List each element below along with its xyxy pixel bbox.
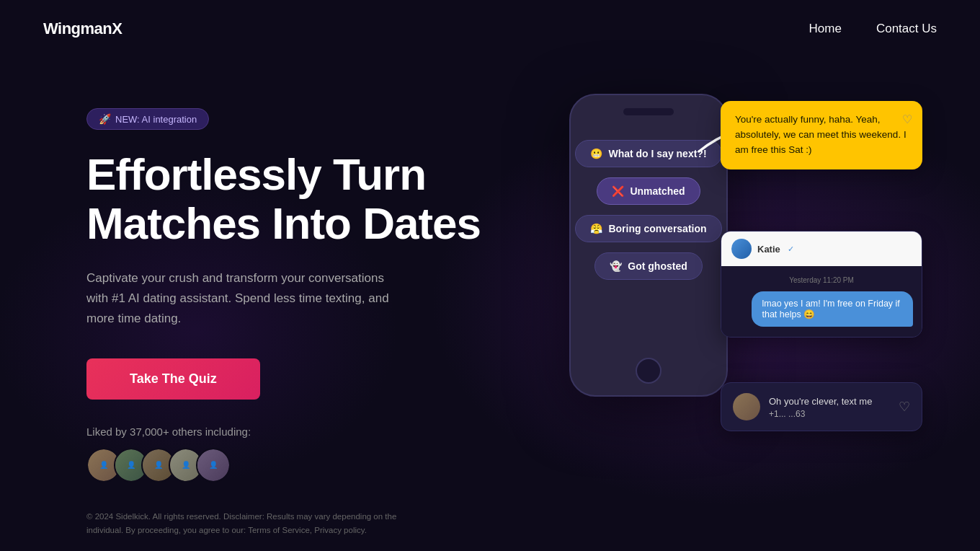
bottom-bubble-phone: +1... ...63 [769, 409, 890, 419]
pill-3-emoji: 😤 [590, 223, 602, 234]
hero-left: 🚀 NEW: AI integration Effortlessly Turn … [86, 87, 490, 482]
top-bubble-text: You're actually funny, haha. Yeah, absol… [735, 114, 906, 155]
phone-notch [623, 108, 674, 115]
nav-home[interactable]: Home [809, 22, 842, 36]
nav-links: Home Contact Us [809, 22, 937, 36]
bottom-bubble-message: Oh you're clever, text me [769, 394, 890, 409]
hero-right: 😬 What do I say next?! ❌ Unmatched 😤 Bor… [533, 87, 937, 534]
navbar: WingmanX Home Contact Us [0, 0, 980, 58]
headline-line1: Effortlessly Turn [86, 149, 426, 199]
phone-pill-3: 😤 Boring conversation [575, 215, 721, 242]
pill-4-text: Got ghosted [628, 260, 687, 272]
pill-3-text: Boring conversation [608, 223, 706, 234]
pill-4-emoji: 👻 [610, 260, 622, 272]
take-quiz-button[interactable]: Take The Quiz [86, 358, 260, 400]
new-badge: 🚀 NEW: AI integration [86, 108, 209, 130]
middle-chat-message: lmao yes I am! I'm free on Friday if tha… [752, 291, 913, 327]
main-content: 🚀 NEW: AI integration Effortlessly Turn … [0, 58, 980, 534]
avatar-group: 👤 👤 👤 👤 👤 [86, 448, 490, 482]
footer-text: © 2024 Sidelkick. All rights reserved. D… [86, 512, 396, 534]
headline: Effortlessly Turn Matches Into Dates [86, 150, 490, 248]
bottom-bubble-card: Oh you're clever, text me +1... ...63 ♡ [721, 382, 922, 431]
phone-pill-4: 👻 Got ghosted [594, 252, 702, 280]
hero-subtext: Captivate your crush and transform your … [86, 268, 389, 329]
badge-icon: 🚀 [99, 113, 111, 125]
badge-text: NEW: AI integration [115, 114, 197, 125]
phone-pill-2: ❌ Unmatched [597, 177, 700, 205]
middle-chat-name: Katie [757, 244, 780, 255]
liked-text: Liked by 37,000+ others including: [86, 426, 490, 438]
footer: © 2024 Sidelkick. All rights reserved. D… [86, 510, 404, 537]
pill-1-emoji: 😬 [590, 148, 602, 159]
logo: WingmanX [43, 19, 122, 38]
headline-line2: Matches Into Dates [86, 198, 481, 248]
top-bubble-card: You're actually funny, haha. Yeah, absol… [721, 101, 922, 169]
avatar-5: 👤 [196, 448, 231, 482]
middle-chat-timestamp: Yesterday 11:20 PM [730, 276, 913, 284]
middle-chat-card: Katie ✓ Yesterday 11:20 PM lmao yes I am… [721, 231, 922, 338]
pill-2-text: Unmatched [630, 185, 685, 197]
nav-contact[interactable]: Contact Us [876, 22, 937, 36]
phone-home-button [636, 358, 662, 384]
pill-2-emoji: ❌ [612, 185, 624, 197]
